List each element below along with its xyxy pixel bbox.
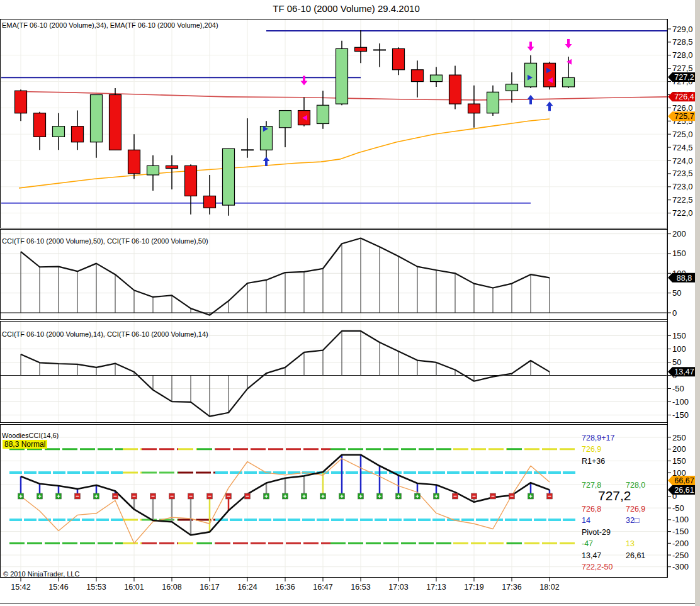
woodies-status-badge: 88,3 Normal: [3, 440, 47, 449]
axis-tick-label: 726,0: [672, 103, 693, 113]
candle-body: [336, 48, 348, 104]
time-tick-label: 15:46: [48, 583, 68, 592]
axis-tick-label: -150: [672, 527, 689, 536]
chart-title: TF 06-10 (2000 Volume) 29.4.2010: [0, 3, 692, 14]
time-tick-label: 16:36: [275, 583, 295, 592]
woodies-panel-indicator-label: WoodiesCCI(14,6): [2, 432, 59, 439]
candle-body: [53, 126, 65, 137]
price-marker-value: 725,7: [674, 112, 694, 121]
axis-tick-label: 200: [672, 229, 686, 238]
pivot-annotation: 32□: [626, 516, 640, 525]
candle-body: [128, 150, 140, 174]
pivot-annotation: 726,8: [582, 505, 601, 513]
axis-tick-label: 724,5: [672, 143, 693, 152]
candle-body: [449, 75, 461, 104]
candle-body: [166, 166, 178, 168]
price-marker-value: 726,4: [674, 93, 694, 101]
pivot-annotation: 14: [582, 516, 590, 525]
price-marker-value: 66,67: [674, 476, 694, 485]
axis-tick-label: -50: [672, 384, 684, 393]
axis-tick-label: 728,0: [672, 50, 693, 60]
axis-tick-label: 0: [672, 308, 677, 318]
pivot-annotation: 726,9: [626, 505, 645, 513]
axis-tick-label: -250: [672, 551, 689, 560]
time-tick-label: 17:19: [464, 583, 483, 592]
candle-body: [15, 91, 27, 113]
price-marker-value: 88,8: [677, 274, 692, 283]
time-tick-label: 16:53: [351, 583, 370, 592]
axis-tick-label: 50: [672, 288, 681, 298]
right-scroll-strip[interactable]: [695, 0, 700, 606]
candle-body: [412, 70, 424, 82]
pivot-annotation: Pivot-29: [582, 528, 611, 537]
candle-body: [393, 48, 405, 69]
time-tick-label: 17:13: [426, 583, 446, 592]
cci14-panel-indicator-label: CCI(TF 06-10 (2000 Volume),14), CCI(TF 0…: [2, 330, 208, 338]
ninjatrader-chart-window: 728,9+17726,9R1+36727,8728,0726,8726,914…: [0, 0, 700, 606]
axis-tick-label: 724,0: [672, 156, 693, 166]
axis-tick-label: 150: [672, 331, 686, 340]
axis-tick-label: -100: [672, 515, 689, 524]
axis-tick-label: 723,5: [672, 169, 693, 178]
candle-body: [204, 196, 216, 208]
axis-tick-label: 200: [672, 444, 686, 454]
axis-tick-label: -50: [672, 503, 684, 513]
axis-tick-label: 150: [672, 249, 686, 258]
time-tick-label: 15:53: [86, 583, 106, 592]
candle-body: [223, 149, 235, 205]
axis-tick-label: 725,0: [672, 130, 693, 139]
axis-tick-label: 722,0: [672, 208, 693, 218]
time-tick-label: 17:36: [502, 583, 521, 592]
candle-body: [355, 47, 367, 51]
time-tick-label: 16:08: [162, 583, 181, 592]
axis-tick-label: 727,5: [672, 64, 693, 73]
current-price-annotation: 727,2: [598, 488, 631, 503]
time-tick-label: 16:47: [313, 583, 332, 592]
copyright-text: © 2010 NinjaTrader, LLC: [3, 570, 79, 578]
pivot-annotation: -47: [582, 539, 593, 548]
candle-body: [506, 84, 518, 91]
candle-body: [468, 104, 480, 113]
pivot-annotation: 26,61: [626, 551, 645, 560]
pivot-annotation: 726,9: [582, 445, 601, 454]
axis-tick-label: 150: [672, 456, 686, 466]
time-tick-label: 17:03: [388, 583, 408, 592]
candle-body: [544, 63, 556, 87]
price-marker-value: 26,61: [674, 486, 694, 495]
chart-canvas[interactable]: 728,9+17726,9R1+36727,8728,0726,8726,914…: [0, 0, 700, 606]
pivot-annotation: 722,2-50: [582, 563, 612, 571]
candle-body: [34, 113, 46, 137]
candle-body: [147, 166, 159, 175]
candle-body: [431, 75, 443, 81]
candle-body: [91, 95, 103, 142]
time-tick-label: 16:24: [237, 583, 257, 592]
candle-body: [72, 126, 84, 142]
price-marker-value: 727,2: [674, 73, 694, 82]
axis-tick-label: -200: [672, 539, 689, 548]
candle-body: [110, 95, 121, 150]
axis-tick-label: 722,5: [672, 195, 693, 205]
time-tick-label: 16:17: [200, 583, 219, 592]
axis-tick-label: -150: [672, 410, 689, 420]
pivot-annotation: 13,47: [582, 551, 601, 560]
candle-body: [279, 111, 291, 128]
cci50-panel-indicator-label: CCI(TF 06-10 (2000 Volume),50), CCI(TF 0…: [2, 237, 208, 245]
price-marker-value: 13,47: [674, 368, 694, 376]
price-panel-indicator-label: EMA(TF 06-10 (2000 Volume),34), EMA(TF 0…: [2, 21, 218, 29]
axis-tick-label: 100: [672, 344, 686, 354]
time-tick-label: 18:02: [539, 583, 559, 592]
axis-tick-label: 728,5: [672, 37, 693, 47]
axis-tick-label: -100: [672, 397, 689, 407]
candle-body: [487, 92, 499, 113]
candle-body: [525, 63, 537, 87]
time-tick-label: 15:42: [11, 583, 30, 592]
axis-tick-label: 723,0: [672, 182, 693, 191]
axis-tick-label: 50: [672, 357, 681, 367]
axis-tick-label: 250: [672, 433, 686, 442]
axis-tick-label: -300: [672, 562, 689, 571]
candle-body: [317, 105, 329, 123]
candle-body: [563, 77, 575, 87]
candle-body: [185, 166, 197, 196]
pivot-annotation: R1+36: [582, 457, 605, 466]
axis-tick-label: 729,0: [672, 25, 693, 34]
